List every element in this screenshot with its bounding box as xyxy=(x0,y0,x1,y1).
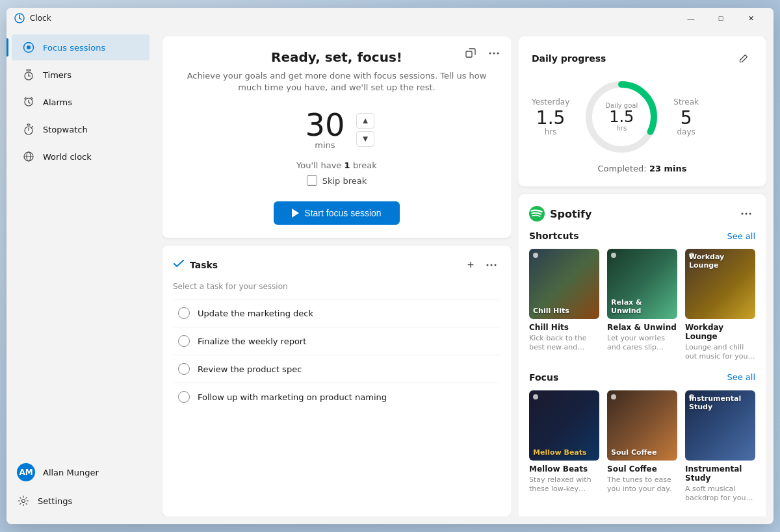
yesterday-stat: Yesterday 1.5 hrs xyxy=(532,97,569,136)
yesterday-unit: hrs xyxy=(532,127,569,136)
skip-break-label[interactable]: Skip break xyxy=(322,176,367,186)
break-info: You'll have 1 break xyxy=(176,160,498,170)
playlist-desc-mellow: Stay relaxed with these low-key beat... xyxy=(529,475,599,494)
left-panel: Ready, set, focus! Achieve your goals an… xyxy=(162,36,511,516)
playlist-thumb-label-soul: Soul Coffee xyxy=(611,448,673,457)
svg-line-10 xyxy=(31,97,32,99)
svg-rect-14 xyxy=(27,124,30,125)
playlist-name-instrumental: Instrumental Study xyxy=(685,464,755,483)
task-text-1: Update the marketing deck xyxy=(198,309,313,318)
task-radio-4[interactable] xyxy=(178,391,190,403)
shortcuts-section-header: Shortcuts See all xyxy=(529,231,755,241)
sidebar-item-focus-sessions[interactable]: Focus sessions xyxy=(12,34,150,60)
playlist-thumb-label-instrumental: Instrumental Study xyxy=(689,394,751,411)
focus-see-all[interactable]: See all xyxy=(727,372,755,382)
time-arrows: ▲ ▼ xyxy=(356,113,374,147)
tasks-add-button[interactable]: + xyxy=(462,256,480,274)
playlist-chill-hits[interactable]: Chill Hits Chill Hits Kick back to the b… xyxy=(529,249,599,362)
time-picker: 30 mins ▲ ▼ xyxy=(176,109,498,150)
playlist-thumb-label-workday: Workday Lounge xyxy=(689,253,751,270)
playlist-mellow-beats[interactable]: Mellow Beats Mellow Beats Stay relaxed w… xyxy=(529,390,599,503)
spotify-card: Spotify Shortcuts See all xyxy=(519,194,766,516)
focus-card-actions xyxy=(462,44,503,62)
task-radio-3[interactable] xyxy=(178,363,190,375)
playlist-name-mellow: Mellow Beats xyxy=(529,464,599,474)
playlist-thumb-instrumental: Instrumental Study xyxy=(685,390,755,461)
playlist-desc-soul: The tunes to ease you into your day. xyxy=(607,475,677,494)
more-options-button[interactable] xyxy=(485,44,503,62)
playlist-thumb-label-relax: Relax & Unwind xyxy=(611,298,673,315)
minimize-button[interactable]: — xyxy=(676,8,706,29)
timers-icon xyxy=(22,68,35,81)
title-bar: Clock — □ ✕ xyxy=(6,8,774,29)
shortcuts-see-all[interactable]: See all xyxy=(727,231,755,241)
svg-point-24 xyxy=(497,53,499,55)
right-panel: Daily progress Yesterday 1.5 hrs xyxy=(519,36,766,516)
app-body: Focus sessions Timers xyxy=(6,29,774,524)
start-focus-button[interactable]: Start focus session xyxy=(274,201,399,225)
svg-line-2 xyxy=(20,18,21,19)
multiwindow-button[interactable] xyxy=(462,44,480,62)
svg-line-9 xyxy=(25,97,26,99)
alarms-icon xyxy=(22,95,35,108)
sidebar-bottom: AM Allan Munger Settings xyxy=(6,451,155,519)
skip-break-checkbox[interactable] xyxy=(307,175,317,186)
task-text-4: Follow up with marketing on product nami… xyxy=(198,392,387,402)
playlist-relax-unwind[interactable]: Relax & Unwind Relax & Unwind Let your w… xyxy=(607,249,677,362)
playlist-name-workday: Workday Lounge xyxy=(685,323,755,341)
stopwatch-icon xyxy=(22,123,35,136)
user-profile[interactable]: AM Allan Munger xyxy=(12,457,150,488)
close-button[interactable]: ✕ xyxy=(736,8,766,29)
playlist-name-soul: Soul Coffee xyxy=(607,464,677,474)
task-item-3[interactable]: Review the product spec xyxy=(173,355,500,383)
time-display: 30 mins xyxy=(299,109,351,150)
task-radio-1[interactable] xyxy=(178,307,190,319)
settings-item[interactable]: Settings xyxy=(12,488,150,514)
sidebar-label-alarms: Alarms xyxy=(43,97,72,107)
task-item-4[interactable]: Follow up with marketing on product nami… xyxy=(173,383,500,411)
dp-title: Daily progress xyxy=(532,53,606,64)
sidebar-item-alarms[interactable]: Alarms xyxy=(12,89,150,115)
app-icon xyxy=(14,13,25,23)
task-item-1[interactable]: Update the marketing deck xyxy=(173,299,500,327)
svg-point-27 xyxy=(495,264,497,266)
sidebar: Focus sessions Timers xyxy=(6,29,155,524)
sidebar-item-world-clock[interactable]: World clock xyxy=(12,144,150,170)
tasks-more-button[interactable] xyxy=(482,256,500,274)
time-decrement-button[interactable]: ▼ xyxy=(356,131,374,147)
spotify-header: Spotify xyxy=(529,205,755,223)
playlist-instrumental-study[interactable]: Instrumental Study Instrumental Study A … xyxy=(685,390,755,503)
time-increment-button[interactable]: ▲ xyxy=(356,113,374,129)
svg-point-26 xyxy=(491,264,493,266)
edit-goal-button[interactable] xyxy=(734,49,753,68)
svg-point-22 xyxy=(489,53,491,55)
maximize-button[interactable]: □ xyxy=(706,8,736,29)
spotify-logo-icon xyxy=(529,206,545,222)
playlist-thumb-label-chill: Chill Hits xyxy=(533,307,595,315)
svg-line-16 xyxy=(32,127,33,128)
playlist-thumb-label-mellow: Mellow Beats xyxy=(533,448,595,457)
task-radio-2[interactable] xyxy=(178,335,190,347)
spotify-more-button[interactable] xyxy=(737,205,755,223)
streak-value: 5 xyxy=(673,109,699,127)
shortcuts-grid: Chill Hits Chill Hits Kick back to the b… xyxy=(529,249,755,362)
sidebar-item-stopwatch[interactable]: Stopwatch xyxy=(12,116,150,142)
sidebar-item-timers[interactable]: Timers xyxy=(12,62,150,88)
yesterday-label: Yesterday xyxy=(532,97,569,107)
spotify-title: Spotify xyxy=(550,208,737,220)
play-icon xyxy=(292,209,299,218)
streak-label: Streak xyxy=(673,97,699,107)
focus-sessions-icon xyxy=(22,41,35,54)
tasks-icon xyxy=(173,258,185,272)
app-window: Clock — □ ✕ Focus sessions xyxy=(6,8,774,524)
avatar: AM xyxy=(17,463,35,481)
svg-point-20 xyxy=(22,500,25,503)
dp-header: Daily progress xyxy=(532,49,753,68)
playlist-thumb-workday: Workday Lounge xyxy=(685,249,755,319)
playlist-soul-coffee[interactable]: Soul Coffee Soul Coffee The tunes to eas… xyxy=(607,390,677,503)
user-name: Allan Munger xyxy=(43,468,99,477)
task-item-2[interactable]: Finalize the weekly report xyxy=(173,327,500,355)
svg-point-23 xyxy=(493,53,495,55)
playlist-workday-lounge[interactable]: Workday Lounge Workday Lounge Lounge and… xyxy=(685,249,755,362)
main-content: Ready, set, focus! Achieve your goals an… xyxy=(155,29,774,524)
